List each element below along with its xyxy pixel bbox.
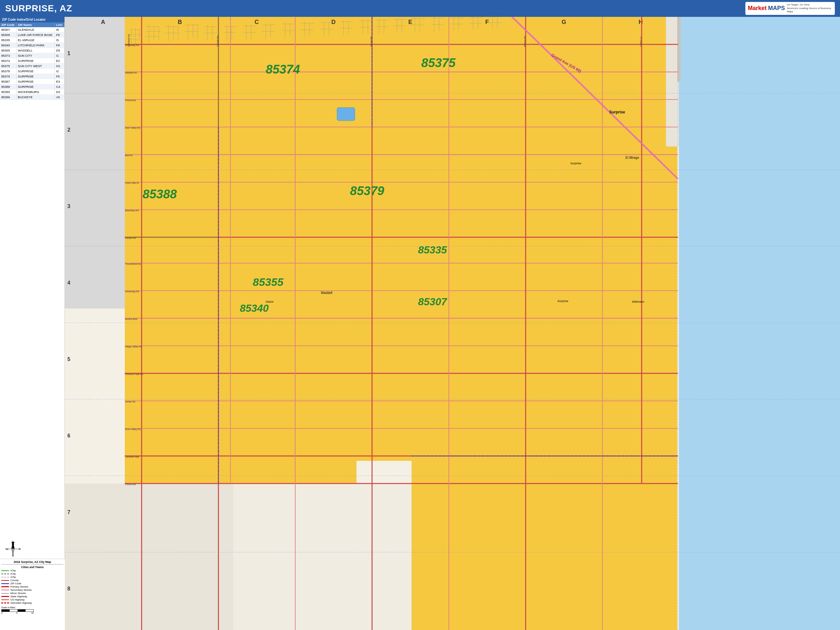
svg-text:85388: 85388 — [142, 187, 177, 201]
logo-tagline: On Target. On Time.America's Leading Sou… — [787, 3, 832, 13]
svg-text:Surprise: Surprise — [609, 110, 625, 114]
zip-code: 85375 — [0, 63, 17, 69]
legend-state-hwy: State Highway — [1, 595, 63, 598]
svg-text:Greenway Rd: Greenway Rd — [125, 291, 139, 293]
svg-text:1: 1 — [68, 51, 70, 56]
zip-name: SUN CITY — [17, 53, 55, 58]
svg-text:3: 3 — [68, 204, 70, 209]
svg-text:Waddell Rd: Waddell Rd — [125, 72, 137, 74]
svg-text:S: S — [12, 554, 14, 557]
zip-loc: I8 — [55, 27, 65, 32]
legend-primary: Primary Streets — [1, 585, 63, 588]
logo-maps-text: MAPS — [768, 5, 785, 11]
zip-name: EL MIRAGE — [17, 38, 55, 43]
table-row: 85309 LUKE AIR FORCE BASE F8 — [0, 32, 65, 38]
svg-text:Peoria Ave: Peoria Ave — [125, 99, 136, 101]
compass-rose: N W E S — [3, 539, 23, 559]
svg-text:W: W — [6, 548, 8, 551]
zip-code: 85335 — [0, 38, 17, 43]
zip-name: WICKENBURG — [17, 90, 55, 95]
svg-text:Union Hills Dr: Union Hills Dr — [125, 182, 139, 184]
legend-title: 2016 Surprise, AZ City Map — [1, 561, 63, 565]
svg-text:Greenway Rd: Greenway Rd — [125, 44, 139, 47]
zip-name: SUN CITY WEST — [17, 63, 55, 69]
page-title: SURPRISE, AZ — [5, 3, 745, 14]
zip-name: GLENDALE — [17, 27, 55, 32]
svg-text:E: E — [19, 548, 21, 551]
logo-area: Market MAPS On Target. On Time.America's… — [745, 2, 835, 14]
header: SURPRISE, AZ Market MAPS On Target. On T… — [0, 0, 840, 17]
table-row: 85307 GLENDALE I8 — [0, 27, 65, 32]
svg-text:Reems Rd: Reems Rd — [524, 36, 526, 47]
legend-county: County — [1, 579, 63, 582]
map-svg: A B C D E F G H 1 2 3 4 5 6 7 8 — [65, 17, 840, 630]
zip-name: SURPRISE — [17, 58, 55, 63]
svg-text:Surprise: Surprise — [570, 162, 581, 165]
svg-text:A: A — [101, 19, 105, 25]
legend-us-hwy: US Highway — [1, 598, 63, 601]
zip-name: BUCKEYE — [17, 95, 55, 100]
zip-loc: D5 — [55, 48, 65, 53]
svg-text:E: E — [408, 19, 412, 25]
col-zip: ZIP Code — [0, 22, 17, 27]
zip-code: 85379 — [0, 74, 17, 79]
svg-text:Jomax Rd: Jomax Rd — [125, 401, 136, 403]
svg-text:85335: 85335 — [418, 244, 447, 256]
zip-loc: E3 — [55, 79, 65, 84]
zip-loc: C4 — [55, 84, 65, 90]
table-row: 85390 WICKENBURG D2 — [0, 90, 65, 95]
svg-text:Cactus Rd: Cactus Rd — [125, 237, 136, 239]
zip-code: 85388 — [0, 84, 17, 90]
legend-secondary: Secondary Streets — [1, 589, 63, 591]
zip-loc: D2 — [55, 90, 65, 95]
svg-text:El Mirage: El Mirage — [625, 156, 639, 159]
svg-text:Happy Valley Rd: Happy Valley Rd — [125, 346, 142, 348]
svg-text:85379: 85379 — [350, 184, 384, 198]
zip-code: 85390 — [0, 90, 17, 95]
zip-name: SURPRISE — [17, 74, 55, 79]
svg-rect-14 — [412, 483, 677, 630]
zip-loc: H1 — [55, 63, 65, 69]
table-row: 85388 SURPRISE C4 — [0, 84, 65, 90]
svg-text:8: 8 — [68, 586, 70, 591]
sidebar: ZIP Code Index/Grid Locator ZIP Code ZIP… — [0, 17, 65, 630]
zip-code: 85340 — [0, 43, 17, 48]
table-row: 85387 SURPRISE E3 — [0, 79, 65, 84]
zip-loc: F8 — [55, 43, 65, 48]
svg-text:Wittmann: Wittmann — [632, 300, 644, 303]
svg-text:85340: 85340 — [240, 302, 268, 314]
zip-name: LUKE AIR FORCE BASE — [17, 32, 55, 38]
svg-text:Dysart Rd: Dysart Rd — [370, 36, 373, 47]
table-row: 85340 LITCHFIELD PARK F8 — [0, 43, 65, 48]
svg-text:7: 7 — [68, 510, 70, 515]
svg-text:B: B — [178, 19, 182, 25]
legend-interstate: Interstate Highway — [1, 602, 63, 605]
zip-code: 85307 — [0, 27, 17, 32]
svg-text:2: 2 — [68, 127, 70, 133]
svg-text:Dove Valley Rd: Dove Valley Rd — [125, 428, 141, 431]
zip-code: 85387 — [0, 79, 17, 84]
svg-text:6: 6 — [68, 433, 70, 439]
legend-cities-title: Cities and Towns — [1, 565, 63, 569]
table-row: 85373 SUN CITY I1 — [0, 53, 65, 58]
svg-text:Pinnacle Peak Rd: Pinnacle Peak Rd — [125, 373, 143, 375]
zip-name: SURPRISE — [17, 79, 55, 84]
zip-loc: F8 — [55, 32, 65, 38]
sidebar-header: ZIP Code Index/Grid Locator — [0, 17, 65, 22]
zip-code: 85396 — [0, 95, 17, 100]
zip-code: 85355 — [0, 48, 17, 53]
col-name: ZIP Name — [17, 22, 55, 27]
svg-text:Acoma Blvd: Acoma Blvd — [125, 318, 137, 320]
svg-text:85374: 85374 — [266, 63, 300, 76]
svg-text:H: H — [639, 19, 643, 25]
table-row: 85355 WADDELL D5 — [0, 48, 65, 53]
zip-index-table: ZIP Code ZIP Name LOC 85307 GLENDALE I8 … — [0, 22, 65, 100]
page-wrapper: SURPRISE, AZ Market MAPS On Target. On T… — [0, 0, 840, 630]
legend-city-2: •City — [1, 572, 63, 575]
svg-text:Bell Rd: Bell Rd — [125, 154, 133, 156]
compass-area: N W E S — [3, 539, 23, 559]
svg-text:85307: 85307 — [418, 296, 448, 308]
legend-minor: Minor Streets — [1, 592, 63, 595]
zip-name: SURPRISE — [17, 69, 55, 74]
logo-market-text: Market — [748, 5, 767, 11]
